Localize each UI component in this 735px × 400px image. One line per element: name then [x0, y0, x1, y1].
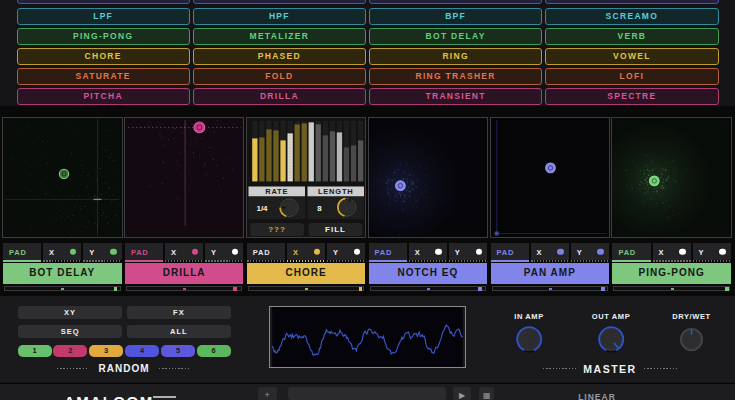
svg-text:LENGTH: LENGTH: [318, 187, 354, 196]
svg-text:RATE: RATE: [265, 187, 288, 196]
svg-text:FILL: FILL: [325, 225, 346, 234]
svg-text:???: ???: [268, 225, 286, 234]
svg-text:8: 8: [317, 203, 322, 212]
svg-text:1/4: 1/4: [256, 203, 268, 212]
